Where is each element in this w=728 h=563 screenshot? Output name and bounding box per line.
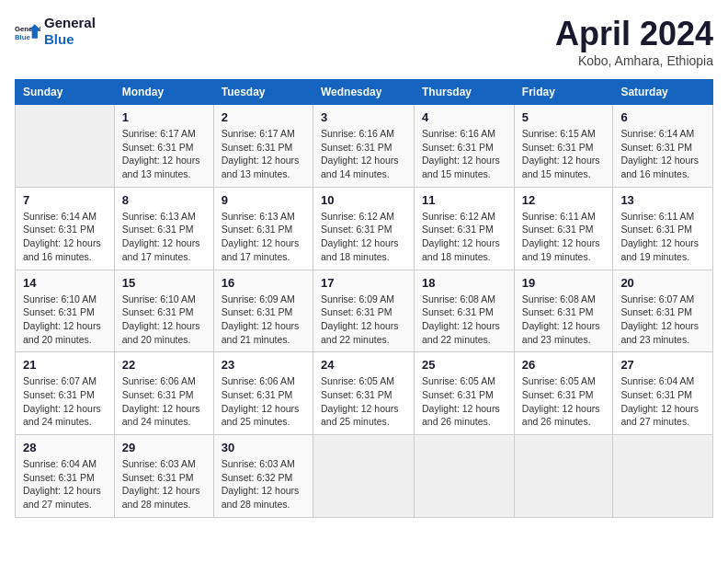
day-number: 18 xyxy=(422,276,506,290)
weekday-header-sunday: Sunday xyxy=(16,80,115,105)
calendar-cell xyxy=(415,435,515,518)
day-number: 5 xyxy=(522,110,606,124)
calendar-cell: 5Sunrise: 6:15 AMSunset: 6:31 PMDaylight… xyxy=(514,105,613,188)
day-number: 25 xyxy=(422,358,506,372)
day-info: Sunrise: 6:06 AMSunset: 6:31 PMDaylight:… xyxy=(222,374,305,429)
logo-line2: Blue xyxy=(44,31,96,48)
calendar-cell: 21Sunrise: 6:07 AMSunset: 6:31 PMDayligh… xyxy=(16,352,115,435)
calendar-cell: 11Sunrise: 6:12 AMSunset: 6:31 PMDayligh… xyxy=(415,187,515,270)
day-number: 22 xyxy=(122,358,206,372)
day-info: Sunrise: 6:08 AMSunset: 6:31 PMDaylight:… xyxy=(522,293,606,347)
day-info: Sunrise: 6:03 AMSunset: 6:32 PMDaylight:… xyxy=(222,457,305,511)
weekday-header-monday: Monday xyxy=(114,80,213,105)
calendar-cell: 13Sunrise: 6:11 AMSunset: 6:31 PMDayligh… xyxy=(613,187,713,270)
day-number: 15 xyxy=(122,276,206,290)
day-info: Sunrise: 6:16 AMSunset: 6:31 PMDaylight:… xyxy=(422,127,506,181)
logo: General Blue General Blue xyxy=(15,15,96,48)
calendar-cell: 16Sunrise: 6:09 AMSunset: 6:31 PMDayligh… xyxy=(213,270,313,352)
day-info: Sunrise: 6:04 AMSunset: 6:31 PMDaylight:… xyxy=(620,374,705,429)
weekday-header-wednesday: Wednesday xyxy=(313,80,414,105)
day-number: 13 xyxy=(620,193,705,207)
calendar-cell: 20Sunrise: 6:07 AMSunset: 6:31 PMDayligh… xyxy=(613,270,713,352)
day-number: 1 xyxy=(122,110,206,124)
day-number: 11 xyxy=(422,193,506,207)
day-number: 30 xyxy=(222,441,305,454)
calendar-cell: 27Sunrise: 6:04 AMSunset: 6:31 PMDayligh… xyxy=(613,352,713,435)
calendar-cell: 3Sunrise: 6:16 AMSunset: 6:31 PMDaylight… xyxy=(313,105,414,188)
day-number: 28 xyxy=(23,441,107,454)
calendar-cell xyxy=(613,435,713,518)
day-number: 29 xyxy=(122,441,206,454)
day-info: Sunrise: 6:09 AMSunset: 6:31 PMDaylight:… xyxy=(222,293,305,347)
title-block: April 2024 Kobo, Amhara, Ethiopia xyxy=(555,15,713,68)
calendar-cell: 6Sunrise: 6:14 AMSunset: 6:31 PMDaylight… xyxy=(613,105,713,188)
weekday-header-saturday: Saturday xyxy=(613,80,713,105)
day-info: Sunrise: 6:05 AMSunset: 6:31 PMDaylight:… xyxy=(321,374,406,429)
day-info: Sunrise: 6:13 AMSunset: 6:31 PMDaylight:… xyxy=(122,210,206,264)
day-number: 6 xyxy=(620,110,705,124)
day-number: 24 xyxy=(321,358,406,372)
month-title: April 2024 xyxy=(555,15,713,53)
day-number: 27 xyxy=(620,358,705,372)
day-info: Sunrise: 6:17 AMSunset: 6:31 PMDaylight:… xyxy=(122,127,206,181)
day-number: 4 xyxy=(422,110,506,124)
day-info: Sunrise: 6:03 AMSunset: 6:31 PMDaylight:… xyxy=(122,457,206,511)
day-number: 12 xyxy=(522,193,606,207)
calendar-cell: 9Sunrise: 6:13 AMSunset: 6:31 PMDaylight… xyxy=(213,187,313,270)
calendar-cell: 28Sunrise: 6:04 AMSunset: 6:31 PMDayligh… xyxy=(16,435,115,518)
logo-icon: General Blue xyxy=(15,18,40,44)
day-info: Sunrise: 6:09 AMSunset: 6:31 PMDaylight:… xyxy=(321,293,406,347)
svg-text:Blue: Blue xyxy=(15,33,31,41)
calendar-cell xyxy=(514,435,613,518)
calendar-cell: 8Sunrise: 6:13 AMSunset: 6:31 PMDaylight… xyxy=(114,187,213,270)
calendar-cell: 2Sunrise: 6:17 AMSunset: 6:31 PMDaylight… xyxy=(213,105,313,188)
day-info: Sunrise: 6:16 AMSunset: 6:31 PMDaylight:… xyxy=(321,127,406,181)
calendar-cell: 7Sunrise: 6:14 AMSunset: 6:31 PMDaylight… xyxy=(16,187,115,270)
day-number: 14 xyxy=(23,276,107,290)
day-info: Sunrise: 6:10 AMSunset: 6:31 PMDaylight:… xyxy=(23,293,107,347)
day-info: Sunrise: 6:12 AMSunset: 6:31 PMDaylight:… xyxy=(422,210,506,264)
calendar-cell: 22Sunrise: 6:06 AMSunset: 6:31 PMDayligh… xyxy=(114,352,213,435)
day-number: 9 xyxy=(222,193,305,207)
day-info: Sunrise: 6:13 AMSunset: 6:31 PMDaylight:… xyxy=(222,210,305,264)
day-info: Sunrise: 6:05 AMSunset: 6:31 PMDaylight:… xyxy=(522,374,606,429)
day-info: Sunrise: 6:07 AMSunset: 6:31 PMDaylight:… xyxy=(23,374,107,429)
calendar-cell: 17Sunrise: 6:09 AMSunset: 6:31 PMDayligh… xyxy=(313,270,414,352)
day-info: Sunrise: 6:08 AMSunset: 6:31 PMDaylight:… xyxy=(422,293,506,347)
day-info: Sunrise: 6:17 AMSunset: 6:31 PMDaylight:… xyxy=(222,127,305,181)
day-info: Sunrise: 6:14 AMSunset: 6:31 PMDaylight:… xyxy=(23,210,107,264)
calendar-cell: 24Sunrise: 6:05 AMSunset: 6:31 PMDayligh… xyxy=(313,352,414,435)
day-info: Sunrise: 6:12 AMSunset: 6:31 PMDaylight:… xyxy=(321,210,406,264)
day-number: 17 xyxy=(321,276,406,290)
calendar-cell: 29Sunrise: 6:03 AMSunset: 6:31 PMDayligh… xyxy=(114,435,213,518)
calendar-cell: 25Sunrise: 6:05 AMSunset: 6:31 PMDayligh… xyxy=(415,352,515,435)
calendar-cell xyxy=(313,435,414,518)
day-info: Sunrise: 6:10 AMSunset: 6:31 PMDaylight:… xyxy=(122,293,206,347)
calendar-cell: 19Sunrise: 6:08 AMSunset: 6:31 PMDayligh… xyxy=(514,270,613,352)
calendar-cell: 12Sunrise: 6:11 AMSunset: 6:31 PMDayligh… xyxy=(514,187,613,270)
day-number: 20 xyxy=(620,276,705,290)
calendar-cell xyxy=(16,105,115,188)
day-info: Sunrise: 6:11 AMSunset: 6:31 PMDaylight:… xyxy=(620,210,705,264)
day-number: 23 xyxy=(222,358,305,372)
calendar-cell: 4Sunrise: 6:16 AMSunset: 6:31 PMDaylight… xyxy=(415,105,515,188)
location-subtitle: Kobo, Amhara, Ethiopia xyxy=(555,53,713,68)
day-number: 21 xyxy=(23,358,107,372)
logo-line1: General xyxy=(44,15,96,31)
calendar-cell: 18Sunrise: 6:08 AMSunset: 6:31 PMDayligh… xyxy=(415,270,515,352)
calendar-cell: 30Sunrise: 6:03 AMSunset: 6:32 PMDayligh… xyxy=(213,435,313,518)
day-number: 7 xyxy=(23,193,107,207)
day-info: Sunrise: 6:15 AMSunset: 6:31 PMDaylight:… xyxy=(522,127,606,181)
day-number: 8 xyxy=(122,193,206,207)
day-info: Sunrise: 6:11 AMSunset: 6:31 PMDaylight:… xyxy=(522,210,606,264)
calendar-cell: 23Sunrise: 6:06 AMSunset: 6:31 PMDayligh… xyxy=(213,352,313,435)
calendar-cell: 1Sunrise: 6:17 AMSunset: 6:31 PMDaylight… xyxy=(114,105,213,188)
calendar-cell: 10Sunrise: 6:12 AMSunset: 6:31 PMDayligh… xyxy=(313,187,414,270)
day-number: 2 xyxy=(222,110,305,124)
calendar-cell: 26Sunrise: 6:05 AMSunset: 6:31 PMDayligh… xyxy=(514,352,613,435)
weekday-header-thursday: Thursday xyxy=(415,80,515,105)
day-number: 16 xyxy=(222,276,305,290)
weekday-header-tuesday: Tuesday xyxy=(213,80,313,105)
day-info: Sunrise: 6:06 AMSunset: 6:31 PMDaylight:… xyxy=(122,374,206,429)
day-info: Sunrise: 6:07 AMSunset: 6:31 PMDaylight:… xyxy=(620,293,705,347)
